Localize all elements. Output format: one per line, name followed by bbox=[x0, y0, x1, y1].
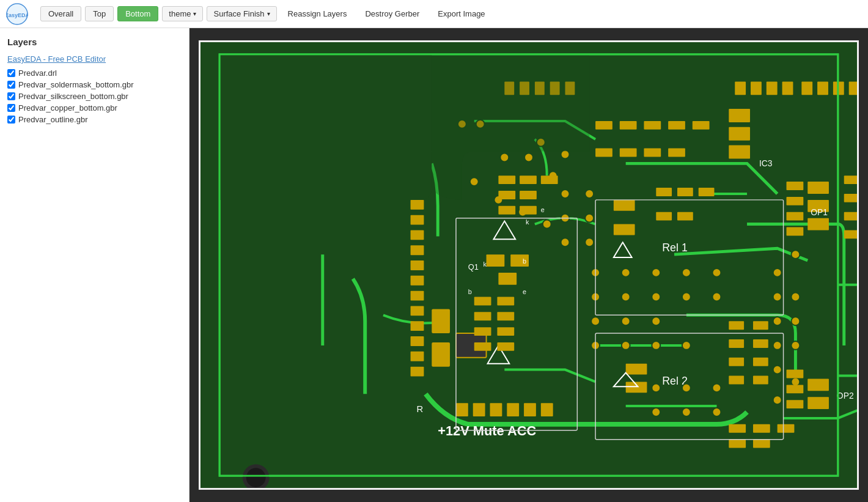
svg-rect-170 bbox=[729, 358, 744, 366]
svg-rect-54 bbox=[807, 397, 829, 409]
svg-rect-158 bbox=[490, 403, 502, 416]
svg-point-152 bbox=[791, 341, 800, 350]
svg-rect-27 bbox=[729, 127, 750, 141]
easyeda-link[interactable]: EasyEDA - Free PCB Editor bbox=[7, 54, 182, 64]
svg-rect-42 bbox=[614, 200, 635, 211]
svg-rect-178 bbox=[474, 312, 491, 320]
svg-point-153 bbox=[773, 366, 782, 374]
reassign-layers-button[interactable]: Reassign Layers bbox=[281, 7, 355, 21]
svg-rect-76 bbox=[595, 121, 612, 130]
svg-text:R: R bbox=[417, 404, 424, 414]
svg-rect-88 bbox=[656, 212, 672, 221]
layer-checkbox[interactable] bbox=[7, 69, 15, 77]
svg-text:IC3: IC3 bbox=[759, 158, 773, 168]
svg-point-225 bbox=[561, 238, 570, 246]
layer-name: Predvar_soldermask_bottom.gbr bbox=[18, 80, 134, 89]
svg-point-133 bbox=[652, 341, 660, 350]
svg-rect-109 bbox=[411, 291, 424, 301]
header: EasyEDA Overall Top Bottom theme Surface… bbox=[0, 0, 868, 28]
svg-text:OP1: OP1 bbox=[811, 207, 828, 217]
svg-text:Q1: Q1 bbox=[468, 262, 479, 271]
svg-rect-113 bbox=[411, 352, 424, 361]
layer-item: Predvar.drl bbox=[7, 68, 182, 78]
sidebar: Layers EasyEDA - Free PCB Editor Predvar… bbox=[0, 28, 189, 502]
bottom-button[interactable]: Bottom bbox=[117, 6, 158, 21]
svg-rect-157 bbox=[473, 403, 485, 416]
layer-checkbox[interactable] bbox=[7, 116, 15, 124]
svg-rect-104 bbox=[411, 215, 424, 225]
svg-rect-173 bbox=[753, 339, 768, 348]
destroy-gerber-button[interactable]: Destroy Gerber bbox=[358, 7, 427, 21]
svg-point-140 bbox=[682, 383, 691, 392]
svg-rect-168 bbox=[729, 321, 744, 330]
svg-rect-111 bbox=[411, 321, 424, 331]
export-image-button[interactable]: Export Image bbox=[430, 7, 492, 21]
svg-text:k: k bbox=[484, 260, 487, 268]
svg-rect-203 bbox=[787, 197, 804, 205]
svg-rect-195 bbox=[844, 175, 857, 184]
svg-rect-171 bbox=[729, 376, 744, 385]
svg-text:k: k bbox=[526, 218, 529, 226]
svg-rect-207 bbox=[753, 424, 770, 433]
svg-rect-112 bbox=[411, 336, 424, 346]
pcb-board: IC3 Q1 k b e L1 Rel 1 bbox=[199, 40, 859, 490]
svg-point-139 bbox=[652, 383, 660, 392]
svg-rect-106 bbox=[411, 245, 424, 255]
svg-rect-89 bbox=[677, 212, 693, 221]
svg-rect-180 bbox=[474, 327, 491, 336]
svg-point-136 bbox=[682, 341, 691, 350]
svg-rect-174 bbox=[753, 358, 768, 366]
svg-rect-213 bbox=[787, 400, 804, 408]
svg-rect-20 bbox=[782, 81, 793, 95]
svg-rect-187 bbox=[498, 191, 515, 199]
svg-point-145 bbox=[773, 268, 782, 277]
main-layout: Layers EasyEDA - Free PCB Editor Predvar… bbox=[0, 28, 868, 502]
layers-title: Layers bbox=[7, 37, 182, 47]
svg-point-121 bbox=[543, 220, 551, 229]
svg-rect-177 bbox=[497, 297, 514, 306]
svg-rect-18 bbox=[751, 81, 762, 95]
layer-item: Predvar_copper_bottom.gbr bbox=[7, 103, 182, 113]
svg-rect-199 bbox=[844, 212, 857, 221]
layer-checkbox[interactable] bbox=[7, 92, 15, 100]
svg-rect-84 bbox=[668, 149, 685, 157]
svg-point-130 bbox=[652, 268, 660, 277]
top-button[interactable]: Top bbox=[85, 6, 114, 21]
svg-point-132 bbox=[652, 317, 660, 325]
svg-rect-78 bbox=[644, 121, 661, 130]
svg-rect-82 bbox=[620, 149, 637, 157]
svg-rect-211 bbox=[787, 370, 804, 378]
svg-rect-202 bbox=[787, 182, 804, 190]
svg-rect-184 bbox=[498, 175, 515, 184]
svg-rect-205 bbox=[787, 227, 804, 236]
svg-point-143 bbox=[682, 408, 691, 416]
svg-rect-201 bbox=[844, 230, 857, 238]
svg-rect-185 bbox=[520, 175, 537, 184]
svg-rect-182 bbox=[474, 342, 491, 351]
svg-point-142 bbox=[652, 408, 660, 416]
layer-checkbox[interactable] bbox=[7, 81, 15, 89]
svg-rect-49 bbox=[807, 182, 829, 194]
svg-point-137 bbox=[713, 268, 721, 277]
svg-point-144 bbox=[713, 408, 721, 416]
svg-point-141 bbox=[713, 383, 721, 392]
surface-finish-button[interactable]: Surface Finish bbox=[207, 6, 276, 21]
svg-rect-188 bbox=[520, 191, 537, 199]
svg-point-131 bbox=[652, 293, 660, 301]
svg-point-147 bbox=[773, 293, 782, 301]
svg-point-127 bbox=[622, 293, 630, 301]
layer-checkbox[interactable] bbox=[7, 104, 15, 112]
svg-rect-79 bbox=[668, 121, 685, 130]
svg-rect-186 bbox=[541, 175, 558, 184]
svg-rect-190 bbox=[520, 206, 537, 215]
svg-rect-189 bbox=[498, 206, 515, 215]
svg-point-220 bbox=[585, 190, 594, 198]
theme-button[interactable]: theme bbox=[162, 6, 203, 21]
svg-point-115 bbox=[500, 153, 509, 162]
svg-point-151 bbox=[773, 341, 782, 350]
svg-rect-156 bbox=[456, 403, 468, 416]
svg-rect-19 bbox=[767, 81, 778, 95]
layer-name: Predvar_copper_bottom.gbr bbox=[18, 103, 117, 113]
overall-button[interactable]: Overall bbox=[40, 6, 81, 21]
svg-point-221 bbox=[585, 214, 594, 223]
